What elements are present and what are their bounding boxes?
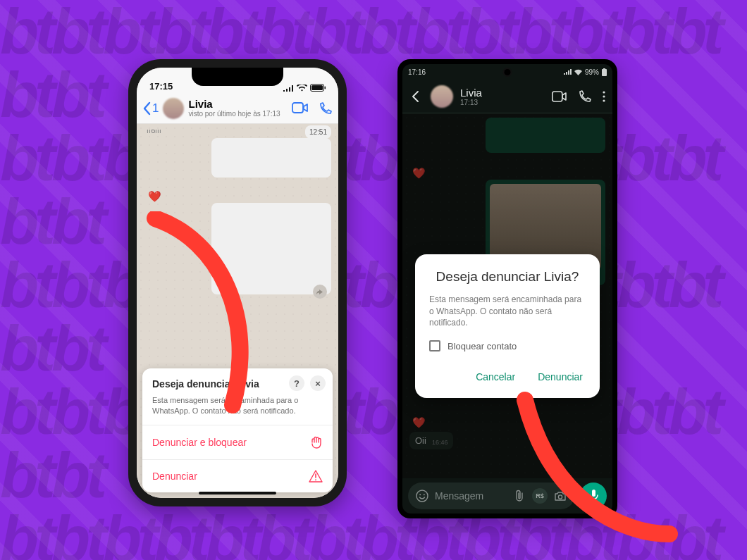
chat-body[interactable]: ❤️ ❤️ Oii 16:46 Deseja denunciar Livia? … <box>402 113 612 478</box>
svg-rect-5 <box>603 68 605 70</box>
chevron-left-icon <box>142 101 151 116</box>
contact-name: Livia <box>460 87 545 99</box>
chat-title-block[interactable]: Livia visto por último hoje às 17:13 <box>188 98 288 118</box>
voice-record-button[interactable] <box>580 483 607 509</box>
svg-point-8 <box>603 95 605 97</box>
svg-point-13 <box>558 494 562 498</box>
report-only-label: Denunciar <box>152 471 197 482</box>
battery-icon <box>310 84 326 92</box>
back-button[interactable]: 1 <box>142 101 159 116</box>
dialog-body: Esta mensagem será encaminhada para o Wh… <box>429 294 586 329</box>
camera-icon[interactable] <box>553 489 567 503</box>
signal-icon <box>283 85 294 92</box>
android-screen: 17:16 99% Livia 17:13 <box>402 64 612 514</box>
report-button[interactable]: Denunciar <box>535 367 586 387</box>
whatsapp-android-header: Livia 17:13 <box>402 80 612 113</box>
contact-avatar[interactable] <box>431 85 453 108</box>
block-contact-checkbox[interactable]: Bloquear contato <box>429 340 586 351</box>
battery-icon <box>602 68 607 76</box>
checkbox-label: Bloquear contato <box>447 341 517 351</box>
hand-stop-icon <box>310 435 323 449</box>
wifi-icon <box>297 85 307 92</box>
svg-rect-1 <box>311 85 323 90</box>
android-status-time: 17:16 <box>408 68 426 76</box>
cancel-button[interactable]: Cancelar <box>473 367 518 387</box>
android-frame: 17:16 99% Livia 17:13 <box>397 59 617 518</box>
message-input-bar: Mensagem R$ <box>402 478 612 514</box>
report-action-sheet: Deseja denunciar Livia ? × Esta mensagem… <box>142 368 333 492</box>
svg-rect-2 <box>325 87 326 89</box>
contact-name: Livia <box>188 98 288 110</box>
report-only-button[interactable]: Denunciar <box>142 459 333 492</box>
svg-rect-4 <box>602 69 607 76</box>
svg-point-11 <box>419 494 421 495</box>
more-menu-icon[interactable] <box>603 91 605 102</box>
svg-point-10 <box>416 490 428 502</box>
ios-status-icons <box>283 84 326 92</box>
report-dialog: Deseja denunciar Livia? Esta mensagem se… <box>415 254 600 398</box>
home-indicator[interactable] <box>199 492 276 494</box>
battery-percent: 99% <box>585 68 599 76</box>
dialog-title: Deseja denunciar Livia? <box>429 268 586 285</box>
emoji-icon[interactable] <box>415 489 429 503</box>
whatsapp-ios-header: 1 Livia visto por último hoje às 17:13 <box>137 93 338 124</box>
contact-avatar[interactable] <box>163 98 184 119</box>
svg-rect-14 <box>592 490 595 497</box>
contact-last-seen: visto por último hoje às 17:13 <box>188 110 288 118</box>
close-button[interactable]: × <box>310 375 326 391</box>
svg-point-9 <box>603 99 605 101</box>
svg-point-12 <box>424 494 425 495</box>
svg-point-7 <box>603 91 605 93</box>
warning-triangle-icon <box>309 470 323 483</box>
message-input[interactable]: Mensagem R$ <box>408 483 574 509</box>
voice-call-icon[interactable] <box>319 101 333 116</box>
voice-call-icon[interactable] <box>579 90 591 103</box>
back-arrow-icon[interactable] <box>409 89 424 104</box>
iphone-frame: 17:15 1 Livia visto por último hoje às 1… <box>128 59 347 506</box>
attach-icon[interactable] <box>512 489 526 503</box>
chat-title-block[interactable]: Livia 17:13 <box>460 87 545 106</box>
iphone-screen: 17:15 1 Livia visto por último hoje às 1… <box>137 68 338 498</box>
signal-icon <box>564 69 572 75</box>
sheet-subtitle: Esta mensagem será encaminhada para o Wh… <box>152 395 323 416</box>
back-count: 1 <box>152 101 159 116</box>
video-call-icon[interactable] <box>292 101 309 114</box>
report-and-block-button[interactable]: Denunciar e bloquear <box>142 425 333 459</box>
contact-time: 17:13 <box>460 99 545 106</box>
input-placeholder: Mensagem <box>435 490 507 502</box>
report-and-block-label: Denunciar e bloquear <box>152 437 247 448</box>
payment-icon[interactable]: R$ <box>532 488 548 504</box>
svg-rect-6 <box>552 92 562 101</box>
ios-status-time: 17:15 <box>149 81 173 92</box>
iphone-notch <box>192 68 283 86</box>
wifi-icon <box>574 69 582 75</box>
svg-rect-3 <box>292 103 303 113</box>
chat-body[interactable]: וווסוו 12:51 ❤️ Deseja denunciar Livia ?… <box>137 124 338 498</box>
camera-punch-hole <box>505 69 511 75</box>
video-call-icon[interactable] <box>552 91 567 102</box>
checkbox-box-icon <box>429 340 440 351</box>
